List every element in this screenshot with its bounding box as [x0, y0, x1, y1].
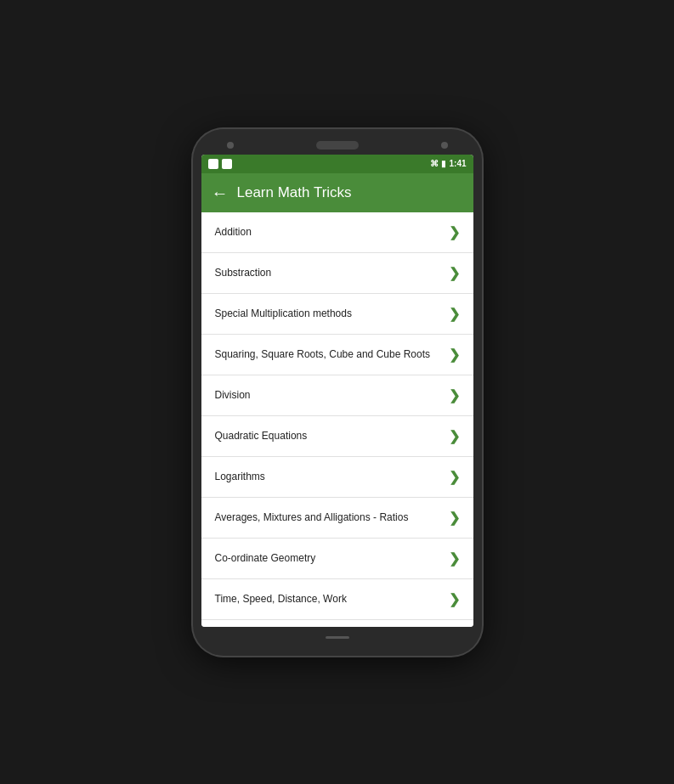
list-item[interactable]: Time, Speed, Distance, Work❯ — [201, 579, 473, 620]
app-bar: ← Learn Math Tricks — [201, 173, 473, 212]
battery-indicator: ▮ — [441, 159, 446, 168]
chevron-right-icon: ❯ — [449, 469, 460, 485]
list-item-label: Logarithms — [215, 471, 265, 482]
phone-screen: ⌘ ▮ 1:41 ← Learn Math Tricks Addition❯Su… — [201, 155, 473, 627]
app-icon-1 — [208, 159, 218, 169]
list-item-label: Co-ordinate Geometry — [215, 552, 316, 564]
signal-indicator: ⌘ — [430, 159, 439, 168]
list-item-label: Substraction — [215, 267, 272, 279]
list-item-label: Squaring, Square Roots, Cube and Cube Ro… — [215, 348, 431, 360]
chevron-right-icon: ❯ — [449, 428, 460, 444]
home-button — [326, 636, 349, 639]
list-item-label: Special Multiplication methods — [215, 307, 352, 319]
list-item[interactable]: Special Multiplication methods❯ — [201, 294, 473, 335]
list-item-label: Quadratic Equations — [215, 430, 308, 442]
menu-list: Addition❯Substraction❯Special Multiplica… — [201, 212, 473, 627]
chevron-right-icon: ❯ — [449, 591, 460, 607]
app-title: Learn Math Tricks — [237, 184, 352, 201]
phone-top-hardware — [201, 141, 473, 155]
list-item-label: Time, Speed, Distance, Work — [215, 593, 347, 605]
phone-device: ⌘ ▮ 1:41 ← Learn Math Tricks Addition❯Su… — [193, 129, 482, 656]
list-item[interactable]: Quadratic Equations❯ — [201, 416, 473, 457]
chevron-right-icon: ❯ — [449, 550, 460, 567]
app-icon-2 — [222, 159, 232, 169]
back-button[interactable]: ← — [212, 184, 229, 201]
status-right-icons: ⌘ ▮ 1:41 — [430, 159, 466, 168]
phone-bottom-hardware — [326, 627, 349, 644]
chevron-right-icon: ❯ — [449, 387, 460, 403]
front-camera — [227, 142, 234, 149]
list-item[interactable]: Co-ordinate Geometry❯ — [201, 539, 473, 579]
list-item[interactable]: Substraction❯ — [201, 253, 473, 294]
speaker-grille — [316, 141, 359, 149]
list-item[interactable]: Division❯ — [201, 375, 473, 416]
list-item[interactable]: Averages, Mixtures and Alligations - Rat… — [201, 498, 473, 539]
chevron-right-icon: ❯ — [449, 510, 460, 526]
list-item[interactable]: Permutations and Combinations❯ — [201, 620, 473, 627]
list-item-label: Division — [215, 389, 251, 401]
time-display: 1:41 — [449, 159, 466, 168]
list-item-label: Addition — [215, 226, 252, 238]
chevron-right-icon: ❯ — [449, 265, 460, 281]
status-left-icons — [208, 159, 232, 169]
list-item-label: Averages, Mixtures and Alligations - Rat… — [215, 511, 409, 523]
sensor — [441, 142, 448, 149]
list-item[interactable]: Squaring, Square Roots, Cube and Cube Ro… — [201, 335, 473, 375]
chevron-right-icon: ❯ — [449, 347, 460, 363]
list-item[interactable]: Addition❯ — [201, 212, 473, 253]
chevron-right-icon: ❯ — [449, 306, 460, 322]
status-bar: ⌘ ▮ 1:41 — [201, 155, 473, 173]
list-item[interactable]: Logarithms❯ — [201, 457, 473, 498]
chevron-right-icon: ❯ — [449, 224, 460, 240]
